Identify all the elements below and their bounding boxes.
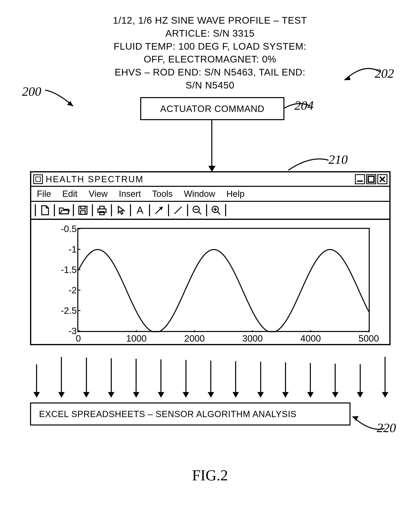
svg-line-17 (198, 212, 201, 215)
plot-area: -0.5 -1 -1.5 -2 -2.5 -3 0 1000 2000 3000… (31, 220, 389, 344)
arrow-down (36, 365, 37, 393)
zoom-in-icon[interactable] (209, 204, 223, 216)
arrow-down (160, 359, 161, 393)
arrow-down (111, 358, 112, 393)
titlebar: HEALTH SPECTRUM (31, 172, 389, 187)
excel-label: EXCEL SPREADSHEETS – SENSOR ALGORITHM AN… (39, 409, 297, 419)
menu-window[interactable]: Window (184, 189, 215, 199)
system-menu-icon[interactable] (33, 174, 43, 184)
text-a-icon[interactable]: A (133, 204, 147, 216)
menubar: File Edit View Insert Tools Window Help (31, 187, 389, 202)
ytick: -1 (68, 244, 77, 255)
arrow-down (335, 364, 336, 393)
leader-220 (348, 409, 389, 432)
header-text: 1/12, 1/6 HZ SINE WAVE PROFILE – TEST AR… (105, 14, 315, 92)
window-to-excel-arrows (36, 352, 384, 396)
svg-rect-9 (81, 211, 85, 214)
actuator-to-window-arrow (211, 120, 212, 166)
arrow-down (210, 361, 211, 393)
xtick: 3000 (242, 333, 263, 344)
xtick: 0 (76, 333, 81, 344)
ytick: -1.5 (61, 264, 77, 275)
svg-rect-8 (81, 206, 85, 209)
figure-label: FIG.2 (192, 467, 228, 484)
arrow-down (61, 357, 62, 393)
menu-help[interactable]: Help (226, 189, 245, 199)
header-line-3: EHVS – ROD END: S/N N5463, TAIL END: S/N… (105, 66, 315, 92)
new-doc-icon[interactable] (38, 204, 52, 216)
xtick: 5000 (359, 333, 379, 344)
header-line-2: FLUID TEMP: 100 DEG F, LOAD SYSTEM: OFF,… (105, 40, 315, 66)
svg-rect-11 (100, 206, 104, 209)
arrow-down (384, 357, 386, 393)
app-window: HEALTH SPECTRUM File Edit View Insert To… (30, 171, 390, 345)
ytick: -2 (68, 285, 77, 296)
excel-spreadsheets-box: EXCEL SPREADSHEETS – SENSOR ALGORITHM AN… (30, 402, 351, 425)
svg-rect-3 (357, 180, 363, 182)
toolbar: A (31, 202, 389, 220)
svg-line-20 (218, 212, 220, 215)
leader-204 (282, 100, 315, 122)
ref-200: 200 (22, 84, 41, 99)
window-title: HEALTH SPECTRUM (46, 174, 144, 184)
actuator-command-label: ACTUATOR COMMAND (160, 103, 264, 114)
arrow-down (310, 363, 311, 393)
arrow-down (360, 364, 361, 393)
maximize-button[interactable] (366, 174, 376, 184)
arrow-down (135, 359, 137, 393)
save-icon[interactable] (76, 204, 90, 216)
menu-edit[interactable]: Edit (62, 189, 77, 199)
open-icon[interactable] (57, 204, 71, 216)
line-icon[interactable] (171, 204, 185, 216)
print-icon[interactable] (95, 204, 109, 216)
ytick: -3 (68, 326, 77, 336)
menu-view[interactable]: View (89, 189, 108, 199)
menu-insert[interactable]: Insert (119, 189, 141, 199)
header-line-1: 1/12, 1/6 HZ SINE WAVE PROFILE – TEST AR… (105, 14, 315, 40)
arrow-ne-icon[interactable] (152, 204, 166, 216)
menu-tools[interactable]: Tools (152, 189, 173, 199)
leader-200 (45, 86, 81, 110)
actuator-command-box: ACTUATOR COMMAND (140, 97, 285, 120)
arrow-down (235, 361, 236, 393)
xtick: 2000 (184, 333, 205, 344)
zoom-out-icon[interactable] (190, 204, 204, 216)
menu-file[interactable]: File (37, 189, 51, 199)
svg-line-15 (174, 207, 182, 214)
close-button[interactable] (377, 174, 387, 184)
plot-frame: -0.5 -1 -1.5 -2 -2.5 -3 0 1000 2000 3000… (77, 228, 370, 332)
arrow-down (186, 360, 187, 393)
pointer-icon[interactable] (114, 204, 128, 216)
arrow-down (285, 362, 286, 393)
sine-curve (78, 229, 369, 332)
svg-rect-4 (368, 176, 374, 182)
ytick: -0.5 (61, 223, 77, 234)
ytick: -2.5 (61, 305, 77, 316)
arrow-down (260, 362, 261, 393)
leader-202 (340, 60, 384, 84)
arrow-down (86, 357, 87, 393)
xtick: 4000 (300, 333, 321, 344)
minimize-button[interactable] (355, 174, 365, 184)
xtick: 1000 (126, 333, 147, 344)
